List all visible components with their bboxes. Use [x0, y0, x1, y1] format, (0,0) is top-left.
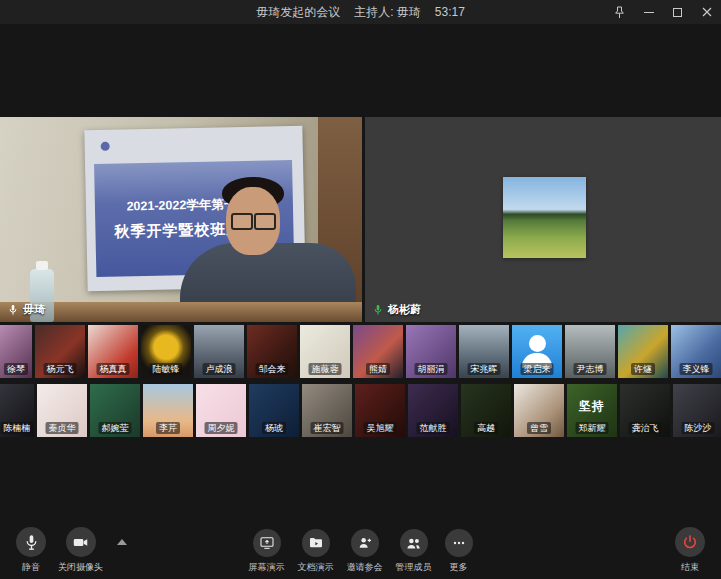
participant-name: 周夕妮 — [205, 422, 238, 434]
participant-name: 杨真真 — [97, 363, 130, 375]
invite-button[interactable]: 邀请参会 — [347, 529, 383, 574]
participant-name: 崔宏智 — [311, 422, 344, 434]
participant-thumbnail[interactable]: 陈沙沙 — [673, 384, 721, 437]
more-dots-icon — [451, 535, 467, 551]
video-feed-secondary[interactable]: 杨彬蔚 — [365, 117, 721, 322]
participant-thumbnail[interactable]: 杨真真 — [88, 325, 138, 378]
video-feed-host[interactable]: 2021-2022学年第一学期 秋季开学暨校班主任会 毋琦 — [0, 117, 362, 322]
participant-name: 秦贞华 — [46, 422, 79, 434]
participant-thumbnail[interactable]: 卢成浪 — [194, 325, 244, 378]
participant-name: 许燧 — [631, 363, 655, 375]
meeting-timer: 53:17 — [435, 5, 465, 19]
participant-thumbnail[interactable]: 秦贞华 — [37, 384, 87, 437]
end-meeting-button[interactable]: 结束 — [675, 527, 705, 574]
person-glasses — [231, 213, 276, 228]
toolbar-center-group: 屏幕演示 文档演示 邀请参会 管理成员 — [249, 529, 473, 574]
participant-thumbnail[interactable]: 陈楠楠 — [0, 384, 34, 437]
participant-name: 高越 — [474, 422, 498, 434]
participant-thumbnail[interactable]: 徐琴 — [0, 325, 32, 378]
participant-thumbnail[interactable]: 吴旭耀 — [355, 384, 405, 437]
window-controls — [605, 0, 721, 24]
participant-thumbnail[interactable]: 梁启来 — [512, 325, 562, 378]
host-name: 毋琦 — [23, 302, 45, 317]
participant-name: 梁启来 — [521, 363, 554, 375]
participant-name: 宋兆晖 — [468, 363, 501, 375]
mic-icon — [8, 304, 18, 316]
participant-thumbnail[interactable]: 杨琥 — [249, 384, 299, 437]
participant-name: 吴旭耀 — [364, 422, 397, 434]
titlebar: 毋琦发起的会议 主持人: 毋琦 53:17 — [0, 0, 721, 24]
room-table — [0, 302, 362, 322]
participant-thumbnail[interactable]: 崔宏智 — [302, 384, 352, 437]
participant-thumbnail[interactable]: 许燧 — [618, 325, 668, 378]
participant-thumbnail[interactable]: 邹会来 — [247, 325, 297, 378]
participant-name: 龚治飞 — [629, 422, 662, 434]
participant-thumbnail[interactable]: 曾雪 — [514, 384, 564, 437]
participant-thumbnail[interactable]: 李义锋 — [671, 325, 721, 378]
participant-name: 邹会来 — [256, 363, 289, 375]
close-button[interactable] — [692, 0, 721, 24]
invite-label: 邀请参会 — [347, 561, 383, 574]
doc-share-button[interactable]: 文档演示 — [298, 529, 334, 574]
power-icon — [682, 534, 698, 550]
participant-thumbnail[interactable]: 坚持 郑新耀 — [567, 384, 617, 437]
participant-thumbnail[interactable]: 杨元飞 — [35, 325, 85, 378]
manage-members-button[interactable]: 管理成员 — [396, 529, 432, 574]
participant-thumbnail[interactable]: 尹志博 — [565, 325, 615, 378]
participant-name: 郑新耀 — [576, 422, 609, 434]
participant-name: 李义锋 — [680, 363, 713, 375]
participant-name: 熊婧 — [366, 363, 390, 375]
camera-label: 关闭摄像头 — [58, 561, 103, 574]
participant-thumbnail[interactable]: 高越 — [461, 384, 511, 437]
participant-name: 郝婉莹 — [99, 422, 132, 434]
participant-row-1: 徐琴 杨元飞 杨真真 陆敏锋 卢成浪 — [0, 325, 721, 378]
participant-thumbnail[interactable]: 熊婧 — [353, 325, 403, 378]
mute-button[interactable]: 静音 — [16, 527, 46, 574]
maximize-button[interactable] — [663, 0, 692, 24]
participant-name: 尹志博 — [574, 363, 607, 375]
secondary-name-tag: 杨彬蔚 — [373, 302, 421, 317]
host-label: 主持人: 毋琦 — [354, 4, 421, 21]
meeting-title: 毋琦发起的会议 — [256, 4, 340, 21]
camera-options-arrow-icon[interactable] — [117, 539, 127, 545]
participant-thumbnail[interactable]: 龚治飞 — [620, 384, 670, 437]
slide-logo — [101, 142, 110, 151]
folder-icon — [308, 535, 324, 551]
camera-icon — [72, 534, 89, 551]
participant-name: 徐琴 — [4, 363, 28, 375]
landscape-photo — [503, 177, 586, 258]
participant-name: 陆敏锋 — [150, 363, 183, 375]
members-label: 管理成员 — [396, 561, 432, 574]
participant-name: 胡丽涓 — [415, 363, 448, 375]
camera-button[interactable]: 关闭摄像头 — [58, 527, 103, 574]
end-label: 结束 — [681, 561, 699, 574]
participant-thumbnail[interactable]: 宋兆晖 — [459, 325, 509, 378]
participant-thumbnail[interactable]: 陆敏锋 — [141, 325, 191, 378]
toolbar-right-group: 结束 — [675, 527, 705, 574]
participant-thumbnail[interactable]: 范献胜 — [408, 384, 458, 437]
participant-name: 施薇蓉 — [309, 363, 342, 375]
more-button[interactable]: 更多 — [445, 529, 473, 574]
meeting-window: 毋琦发起的会议 主持人: 毋琦 53:17 2021-2022学年第一学期 秋季… — [0, 0, 721, 579]
meeting-toolbar: 静音 关闭摄像头 屏幕演示 文档演示 — [0, 530, 721, 579]
mute-label: 静音 — [22, 561, 40, 574]
participant-thumbnail[interactable]: 李芹 — [143, 384, 193, 437]
participant-name: 陈楠楠 — [1, 422, 34, 434]
participant-thumbnail[interactable]: 胡丽涓 — [406, 325, 456, 378]
water-bottle-cap — [36, 261, 48, 270]
screen-share-label: 屏幕演示 — [249, 561, 285, 574]
participant-name: 陈沙沙 — [682, 422, 715, 434]
participant-thumbnail[interactable]: 郝婉莹 — [90, 384, 140, 437]
participant-thumbnail[interactable]: 施薇蓉 — [300, 325, 350, 378]
host-name-tag: 毋琦 — [8, 302, 45, 317]
mic-icon — [24, 534, 39, 551]
minimize-button[interactable] — [634, 0, 663, 24]
participant-thumbnail[interactable]: 周夕妮 — [196, 384, 246, 437]
participant-name: 杨元飞 — [44, 363, 77, 375]
participant-name: 曾雪 — [527, 422, 551, 434]
pin-icon[interactable] — [605, 0, 634, 24]
screen-share-button[interactable]: 屏幕演示 — [249, 529, 285, 574]
participant-name: 卢成浪 — [203, 363, 236, 375]
active-mic-icon — [373, 304, 383, 316]
doc-share-label: 文档演示 — [298, 561, 334, 574]
